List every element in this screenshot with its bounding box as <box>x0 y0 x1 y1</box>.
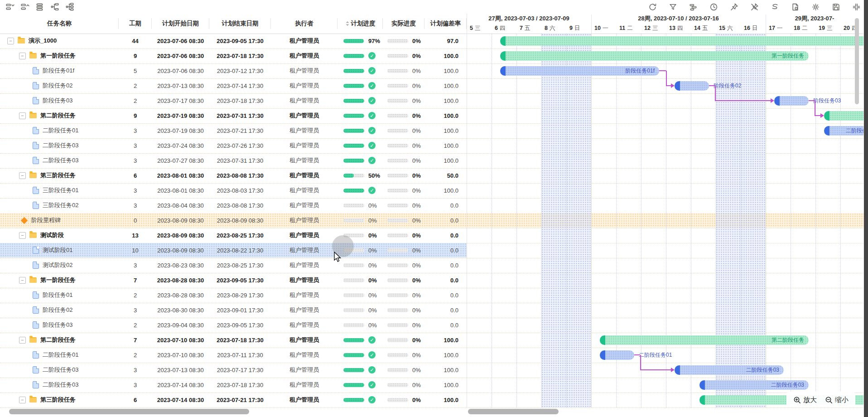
save-icon[interactable] <box>830 1 841 12</box>
plan-progress-cell: 0% <box>343 288 382 302</box>
column-header-label: 执行者 <box>295 19 313 28</box>
pin-icon[interactable] <box>728 1 739 12</box>
actual-progress-value: 0% <box>412 202 421 209</box>
plan-progress-cell: ✓ <box>343 348 382 362</box>
deviation-cell: 100.0 <box>425 63 458 78</box>
gantt-horizontal-scrollbar[interactable] <box>468 409 559 414</box>
task-bar[interactable]: 阶段任务03 <box>774 96 809 106</box>
filter-icon[interactable] <box>667 1 678 12</box>
weekend-shading <box>741 34 766 407</box>
clock-icon[interactable] <box>708 1 719 12</box>
folder-icon <box>29 397 37 402</box>
summary-task-bar[interactable]: 第一阶段任务 <box>500 51 809 61</box>
day-header: 17一 <box>769 24 782 33</box>
column-header-plan_progress[interactable]: 计划进度 <box>338 14 383 34</box>
task-name: 三阶段任务02 <box>43 201 78 209</box>
column-header-deviation[interactable]: 计划偏差率 <box>424 14 467 34</box>
task-bar[interactable]: 二阶段任务01 <box>600 350 634 360</box>
duration-cell: 3 <box>119 138 152 153</box>
task-icon <box>33 67 39 74</box>
plan-progress-cell: 0% <box>343 273 382 287</box>
s-curve-icon[interactable] <box>769 1 780 12</box>
actual-progress-cell: 0% <box>387 243 424 257</box>
expand-collapse-toggle[interactable]: − <box>19 53 26 59</box>
plan-end-cell: 2023-08-08 17:30 <box>209 168 271 183</box>
vertical-scrollbar[interactable] <box>855 18 859 104</box>
unpin-icon[interactable] <box>749 1 760 12</box>
dependency-connector <box>815 115 820 116</box>
plan-end-cell: 2023-08-03 17:30 <box>209 183 271 198</box>
plan-progress-cell: 50% <box>343 168 382 183</box>
zoom-out-button[interactable]: 缩小 <box>825 396 849 404</box>
actual-progress-bar <box>387 233 408 238</box>
summary-task-bar[interactable]: 第二阶段任务 <box>600 335 809 345</box>
plan-progress-cell: ✓ <box>343 363 382 377</box>
actual-progress-cell: 0% <box>387 333 424 347</box>
task-bar[interactable]: 二阶段任务03 <box>675 365 784 375</box>
actual-progress-cell: 0% <box>387 78 424 93</box>
plan-start-cell: 2023-07-10 08:30 <box>152 333 209 347</box>
actual-progress-cell: 0% <box>387 363 424 377</box>
day-header: 14五 <box>694 24 708 33</box>
duration-cell: 2 <box>119 348 152 362</box>
expand-collapse-toggle[interactable]: − <box>19 232 26 239</box>
settings-gear-icon[interactable] <box>810 1 821 12</box>
expand-collapse-toggle[interactable]: − <box>19 172 26 179</box>
plan-start-cell: 2023-07-14 08:30 <box>152 378 209 392</box>
progress-complete-check-icon: ✓ <box>368 142 376 149</box>
table-horizontal-scrollbar[interactable] <box>9 409 249 414</box>
expand-collapse-toggle[interactable]: − <box>19 277 26 284</box>
task-name: 第三阶段任务 <box>40 171 76 179</box>
column-header-start[interactable]: 计划开始日期 <box>152 14 209 34</box>
column-header-actual_progress[interactable]: 实际进度 <box>383 14 424 34</box>
expand-down-level-icon[interactable] <box>5 1 15 12</box>
actual-progress-cell: 0% <box>387 108 424 123</box>
expand-collapse-toggle[interactable]: − <box>19 397 26 403</box>
actual-progress-bar <box>387 263 408 267</box>
actual-progress-bar <box>387 383 408 387</box>
task-bar[interactable]: 阶段任务02 <box>675 81 709 91</box>
actual-progress-value: 0% <box>412 97 421 104</box>
column-header-end[interactable]: 计划结束日期 <box>209 14 271 34</box>
executor-cell: 租户管理员 <box>271 108 338 123</box>
flat-list-icon[interactable] <box>34 1 45 12</box>
task-icon <box>33 127 39 134</box>
executor-cell: 租户管理员 <box>271 393 338 407</box>
expand-collapse-toggle[interactable]: − <box>19 112 26 119</box>
tree-view-icon[interactable] <box>49 1 60 12</box>
gantt-zoom-controls: 放大缩小 <box>786 392 855 407</box>
summary-task-bar[interactable] <box>500 36 863 46</box>
plan-end-cell: 2023-07-21 17:30 <box>209 393 271 407</box>
task-icon <box>33 306 39 314</box>
summary-task-bar[interactable] <box>824 111 863 121</box>
plan-progress-value: 0% <box>368 292 377 299</box>
zoom-in-button[interactable]: 放大 <box>793 396 817 404</box>
gantt-display-icon[interactable] <box>688 1 699 12</box>
subtree-view-icon[interactable] <box>64 1 75 12</box>
document-icon[interactable] <box>790 1 800 12</box>
collapse-screen-icon[interactable] <box>851 1 862 12</box>
column-header-name[interactable]: 任务名称 <box>0 14 119 34</box>
actual-progress-value: 0% <box>412 232 421 239</box>
plan-start-cell: 2023-08-28 08:30 <box>152 273 209 287</box>
bar-label: 第一阶段任务 <box>772 51 804 61</box>
collapse-up-level-icon[interactable] <box>19 1 30 12</box>
week-header: 29周, 2023-07- <box>766 15 863 23</box>
task-bar[interactable]: 阶段任务01f <box>500 66 659 76</box>
task-bar[interactable]: 二阶段任务03 <box>699 380 809 390</box>
task-bar[interactable]: 二阶段任务01 <box>824 126 863 136</box>
sort-icon[interactable] <box>345 21 350 26</box>
expand-collapse-toggle[interactable]: − <box>7 38 14 44</box>
dependency-arrow-icon <box>771 98 774 103</box>
task-name: 阶段任务01f <box>43 67 74 75</box>
actual-progress-cell: 0% <box>387 393 424 407</box>
expand-collapse-toggle[interactable]: − <box>19 337 26 344</box>
actual-progress-value: 0% <box>412 53 421 59</box>
plan-progress-bar <box>343 353 364 357</box>
column-header-executor[interactable]: 执行者 <box>271 14 338 34</box>
duration-cell: 6 <box>119 393 152 407</box>
column-header-duration[interactable]: 工期 <box>119 14 152 34</box>
deviation-cell: 0.0 <box>425 303 458 317</box>
deviation-cell: 100.0 <box>425 138 458 153</box>
refresh-icon[interactable] <box>647 1 658 12</box>
